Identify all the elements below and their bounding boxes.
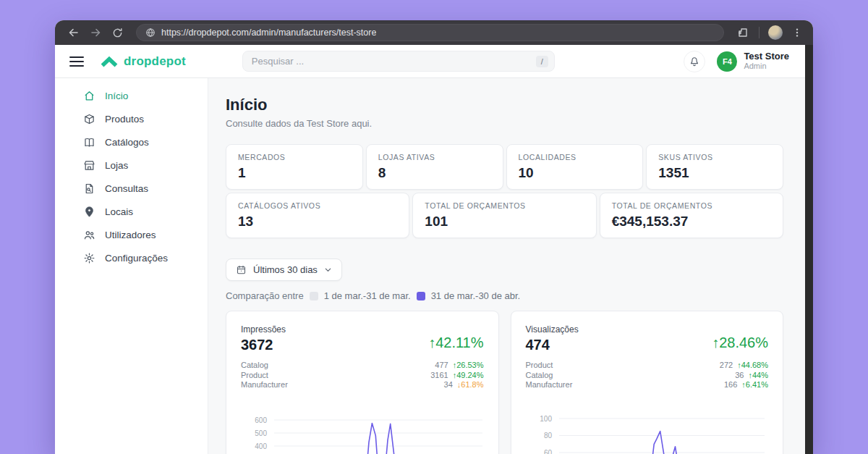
- browser-profile-avatar: [768, 25, 783, 40]
- extensions-button[interactable]: [734, 24, 752, 41]
- main-content: Início Consulte dados da Test Store aqui…: [208, 78, 805, 454]
- back-button[interactable]: [65, 24, 82, 41]
- views-line-chart: 100806040: [526, 412, 769, 454]
- extensions-icon: [737, 27, 749, 38]
- map-pin-icon: [83, 206, 95, 218]
- file-search-icon: [83, 182, 95, 195]
- address-bar[interactable]: https://dropdepot.com/admin/manufacturer…: [136, 24, 724, 41]
- sidebar-item-configuracoes[interactable]: Configurações: [55, 246, 208, 269]
- gear-icon: [83, 252, 95, 264]
- stat-value: 8: [378, 165, 491, 181]
- svg-text:600: 600: [255, 416, 267, 424]
- previous-period-swatch: [310, 292, 318, 300]
- user-name: Test Store: [744, 51, 789, 62]
- views-title: Visualizações: [526, 324, 579, 335]
- forward-arrow-icon: [90, 27, 101, 38]
- sidebar-item-label: Utilizadores: [105, 230, 156, 240]
- svg-text:500: 500: [255, 429, 267, 437]
- browser-toolbar: https://dropdepot.com/admin/manufacturer…: [55, 20, 813, 45]
- breakdown-delta: ↑6.41%: [741, 380, 768, 390]
- stat-label: MERCADOS: [238, 153, 351, 161]
- stat-card-total-orcamentos-count: TOTAL DE ORÇAMENTOS 101: [412, 193, 596, 238]
- users-icon: [83, 229, 95, 241]
- stat-card-lojas-ativas: LOJAS ATIVAS 8: [366, 144, 503, 190]
- svg-text:100: 100: [540, 414, 552, 422]
- breakdown-name: Catalog: [526, 371, 553, 381]
- svg-text:60: 60: [543, 448, 552, 454]
- stat-value: 1351: [658, 165, 771, 181]
- logo-chevron-icon: [100, 54, 119, 69]
- impressions-breakdown: Catalog 477↑26.53% Product 3161↑49.24% M…: [241, 361, 484, 390]
- stat-value: 1: [238, 165, 351, 181]
- sidebar-item-produtos[interactable]: Produtos: [55, 107, 208, 130]
- globe-icon: [145, 28, 156, 38]
- bell-icon: [688, 55, 701, 68]
- breakdown-delta: ↓61.8%: [457, 380, 484, 390]
- breakdown-row: Catalog 36↑44%: [526, 371, 769, 381]
- hamburger-menu-button[interactable]: [69, 56, 84, 67]
- views-delta: ↑28.46%: [712, 335, 768, 351]
- stat-card-catalogos-ativos: CATÁLOGOS ATIVOS 13: [226, 193, 409, 238]
- storefront-icon: [83, 159, 95, 172]
- chevron-down-icon: [324, 266, 332, 274]
- browser-profile-button[interactable]: [767, 24, 784, 41]
- sidebar-item-lojas[interactable]: Lojas: [55, 154, 208, 177]
- stat-label: TOTAL DE ORÇAMENTOS: [425, 201, 584, 210]
- breakdown-name: Manufacturer: [526, 380, 573, 390]
- stat-card-mercados: MERCADOS 1: [226, 144, 363, 190]
- user-menu[interactable]: F4 Test Store Admin: [717, 51, 789, 72]
- views-card: Visualizações 474 ↑28.46% Product 272↑44…: [511, 311, 784, 454]
- url-text: https://dropdepot.com/admin/manufacturer…: [161, 28, 376, 38]
- search-input[interactable]: [252, 56, 536, 67]
- date-range-button[interactable]: Últimos 30 dias: [226, 258, 342, 281]
- stat-label: CATÁLOGOS ATIVOS: [238, 201, 397, 210]
- charts-section: Impressões 3672 ↑42.11% Catalog 477↑26.5…: [226, 311, 783, 454]
- sidebar-item-label: Configurações: [105, 253, 168, 264]
- browser-menu-button[interactable]: [788, 24, 806, 41]
- comparison-legend: Comparação entre 1 de mar.-31 de mar. 31…: [226, 290, 783, 301]
- sidebar-item-label: Consultas: [105, 183, 148, 194]
- sidebar-item-catalogos[interactable]: Catálogos: [55, 130, 208, 154]
- breakdown-value: 36: [735, 371, 744, 381]
- reload-button[interactable]: [109, 24, 126, 41]
- sidebar-item-inicio[interactable]: Início: [55, 84, 208, 107]
- desktop-background: https://dropdepot.com/admin/manufacturer…: [0, 0, 868, 454]
- stat-card-localidades: LOCALIDADES 10: [506, 144, 644, 190]
- breakdown-value: 166: [724, 380, 737, 390]
- sidebar-item-label: Início: [105, 91, 128, 101]
- breakdown-row: Product 3161↑49.24%: [241, 371, 484, 381]
- browser-scrollbar[interactable]: [805, 45, 813, 454]
- impressions-card: Impressões 3672 ↑42.11% Catalog 477↑26.5…: [226, 311, 499, 454]
- sidebar: Início Produtos Catálogos Lojas: [55, 78, 208, 454]
- calendar-icon: [236, 264, 247, 275]
- svg-text:400: 400: [255, 442, 267, 450]
- impressions-total: 3672: [241, 337, 286, 353]
- breakdown-name: Product: [241, 371, 268, 381]
- breakdown-row: Manufacturer 34↓61.8%: [241, 380, 484, 390]
- stat-value: €345,153.37: [612, 214, 771, 230]
- kebab-menu-icon: [792, 28, 802, 38]
- forward-button[interactable]: [87, 24, 104, 41]
- views-breakdown: Product 272↑44.68% Catalog 36↑44% Manufa…: [526, 361, 769, 390]
- breakdown-value: 3161: [430, 371, 448, 381]
- global-search[interactable]: /: [242, 51, 555, 72]
- brand-logo[interactable]: dropdepot: [100, 54, 186, 69]
- book-icon: [83, 136, 95, 148]
- breakdown-delta: ↑44.68%: [737, 361, 768, 371]
- stat-label: LOCALIDADES: [519, 153, 631, 161]
- search-shortcut-badge: /: [536, 56, 548, 67]
- breakdown-name: Product: [526, 361, 553, 371]
- breakdown-delta: ↑44%: [748, 371, 768, 381]
- reload-icon: [112, 28, 123, 38]
- breakdown-delta: ↑49.24%: [453, 371, 484, 381]
- breakdown-row: Manufacturer 166↑6.41%: [526, 380, 769, 390]
- impressions-line-chart: 600500400300: [241, 412, 487, 454]
- sidebar-item-consultas[interactable]: Consultas: [55, 177, 208, 200]
- sidebar-item-utilizadores[interactable]: Utilizadores: [55, 223, 208, 246]
- breakdown-value: 34: [444, 380, 453, 390]
- notifications-button[interactable]: [684, 51, 705, 72]
- stat-label: SKUS ATIVOS: [658, 153, 771, 161]
- comparison-label: Comparação entre: [226, 290, 304, 301]
- sidebar-item-label: Lojas: [105, 160, 128, 171]
- sidebar-item-locais[interactable]: Locais: [55, 200, 208, 223]
